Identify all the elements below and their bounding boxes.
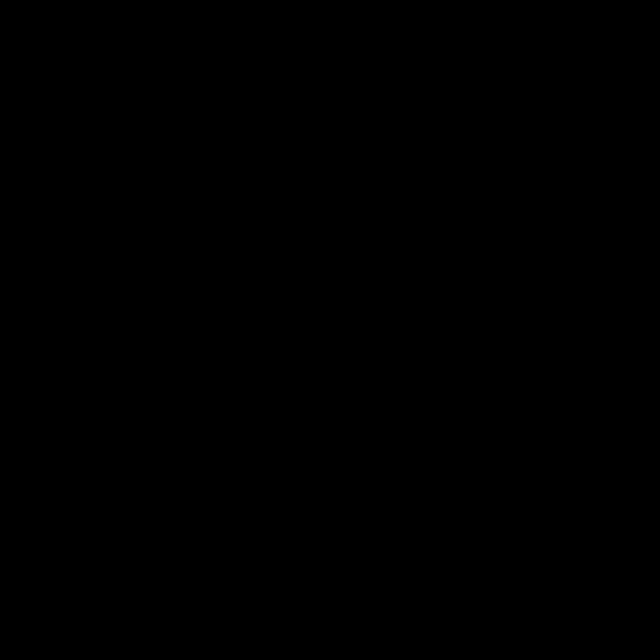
chart-plot-area bbox=[12, 24, 632, 632]
chart-curve bbox=[12, 24, 632, 632]
